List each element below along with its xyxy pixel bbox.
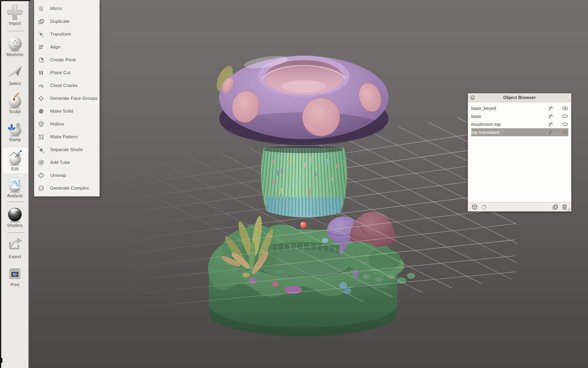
eye-closed-icon[interactable] <box>562 114 568 118</box>
eye-closed-icon[interactable] <box>562 122 568 126</box>
sidebar-separator <box>7 233 24 233</box>
pin-icon[interactable] <box>548 129 554 135</box>
sidebar-item-edit[interactable]: Edit <box>1 149 28 171</box>
window-edge-notch <box>0 358 2 363</box>
pin-icon[interactable] <box>548 105 554 111</box>
menu-item-separate-shells[interactable]: Separate Shells <box>34 143 100 156</box>
sidebar-item-print[interactable]: Print <box>1 265 28 287</box>
sidebar-item-label: Export <box>1 254 28 259</box>
app-sidebar: Import Meshmix Select Sculpt Stamp <box>1 0 28 368</box>
menu-item-make-pattern[interactable]: Make Pattern <box>34 130 100 143</box>
edit-icon <box>6 149 24 166</box>
cube-icon[interactable] <box>471 204 478 210</box>
object-browser-panel: ✕ Object Browser base_keyed base mushroo… <box>468 93 572 212</box>
sidebar-item-import[interactable]: Import <box>1 3 28 26</box>
separate-shells-icon <box>38 146 45 153</box>
unwrap-icon <box>38 172 45 179</box>
menu-item-label: Plane Cut <box>50 70 71 75</box>
pin-icon[interactable] <box>548 121 554 127</box>
hollow-icon <box>38 121 45 127</box>
duplicate-icon <box>38 18 45 25</box>
object-list: base_keyed base mushroom top top transla… <box>468 102 571 197</box>
sidebar-item-label: Analysis <box>1 193 28 198</box>
generate-face-groups-icon <box>38 95 45 102</box>
menu-item-close-cracks[interactable]: Close Cracks <box>34 79 100 92</box>
mirror-icon <box>38 5 45 12</box>
sidebar-item-sculpt[interactable]: Sculpt <box>1 91 28 114</box>
pivot-icon[interactable] <box>480 204 487 210</box>
import-icon <box>6 3 24 21</box>
menu-item-label: Close Cracks <box>50 83 77 88</box>
close-cracks-icon <box>38 82 45 89</box>
menu-item-unwrap[interactable]: Unwrap <box>34 169 100 182</box>
menu-item-transform[interactable]: Transform <box>34 28 100 40</box>
eye-open-icon[interactable] <box>562 130 568 134</box>
select-icon <box>6 63 24 81</box>
menu-item-label: Duplicate <box>50 19 69 24</box>
duplicate-object-icon[interactable] <box>552 204 559 210</box>
menu-item-hollow[interactable]: Hollow <box>34 117 100 130</box>
pivot-point[interactable] <box>300 222 307 228</box>
menu-item-label: Generate Face Groups <box>50 96 98 101</box>
sidebar-item-label: Meshmix <box>1 52 28 57</box>
generate-complex-icon <box>38 185 45 192</box>
sidebar-item-label: Sculpt <box>1 109 28 114</box>
sidebar-item-meshmix[interactable]: Meshmix <box>1 34 28 57</box>
window-edge-top <box>0 0 31 1</box>
make-pattern-icon <box>38 133 45 140</box>
export-icon <box>6 237 24 254</box>
meshmixer-app: { "sidebar": { "items": [ {"label": "Imp… <box>0 0 588 368</box>
menu-item-label: Create Pivot <box>50 57 75 62</box>
object-browser-titlebar[interactable]: ✕ Object Browser <box>468 93 571 102</box>
create-pivot-icon <box>38 57 45 63</box>
menu-item-make-solid[interactable]: Make Solid <box>34 105 100 117</box>
sidebar-item-export[interactable]: Export <box>1 237 28 259</box>
shaders-icon <box>6 205 24 223</box>
menu-item-label: Hollow <box>50 121 64 126</box>
mushroom-cap <box>214 54 389 145</box>
menu-item-duplicate[interactable]: Duplicate <box>34 15 100 28</box>
menu-item-generate-face-groups[interactable]: Generate Face Groups <box>34 92 100 105</box>
sidebar-item-stamp[interactable]: Stamp <box>1 119 28 142</box>
menu-item-plane-cut[interactable]: Plane Cut <box>34 66 100 79</box>
object-row-base-keyed[interactable]: base_keyed <box>471 104 568 112</box>
menu-item-label: Unwrap <box>50 173 66 178</box>
plane-cut-icon <box>38 69 45 76</box>
menu-item-label: Add Tube <box>50 160 70 165</box>
object-browser-title: Object Browser <box>503 95 536 100</box>
sidebar-item-analysis[interactable]: Analysis <box>1 176 28 198</box>
object-name: top translated <box>471 130 546 135</box>
eye-open-icon[interactable] <box>562 106 568 110</box>
menu-item-label: Make Solid <box>50 109 73 113</box>
object-row-base[interactable]: base <box>471 112 568 120</box>
sidebar-separator <box>7 202 24 202</box>
object-row-top-translated[interactable]: top translated <box>471 128 568 136</box>
object-name: base <box>471 114 546 119</box>
close-icon[interactable]: ✕ <box>470 95 475 100</box>
menu-item-add-tube[interactable]: Add Tube <box>34 156 100 169</box>
meshmix-icon <box>6 34 24 52</box>
menu-item-align[interactable]: Align <box>34 40 100 53</box>
menu-item-label: Generate Complex <box>50 186 89 190</box>
stem-band <box>265 197 342 217</box>
menu-item-label: Make Pattern <box>50 134 77 139</box>
menu-item-create-pivot[interactable]: Create Pivot <box>34 53 100 66</box>
stamp-icon <box>6 119 24 137</box>
resize-grip-icon[interactable] <box>566 206 571 211</box>
sidebar-item-label: Shaders <box>1 223 28 228</box>
sidebar-item-label: Print <box>1 282 28 287</box>
sidebar-item-label: Import <box>1 21 28 26</box>
object-name: mushroom top <box>471 122 546 127</box>
object-name: base_keyed <box>471 106 546 111</box>
menu-item-generate-complex[interactable]: Generate Complex <box>34 182 100 194</box>
sidebar-item-shaders[interactable]: Shaders <box>1 205 28 228</box>
menu-item-mirror[interactable]: Mirror <box>34 2 100 15</box>
add-tube-icon <box>38 159 45 166</box>
pin-icon[interactable] <box>548 113 554 119</box>
menu-item-label: Align <box>50 44 61 49</box>
transform-icon <box>38 31 45 38</box>
menu-item-label: Separate Shells <box>50 147 83 152</box>
print-icon <box>6 265 24 282</box>
object-row-mushroom-top[interactable]: mushroom top <box>471 120 568 128</box>
sidebar-item-select[interactable]: Select <box>1 63 28 86</box>
